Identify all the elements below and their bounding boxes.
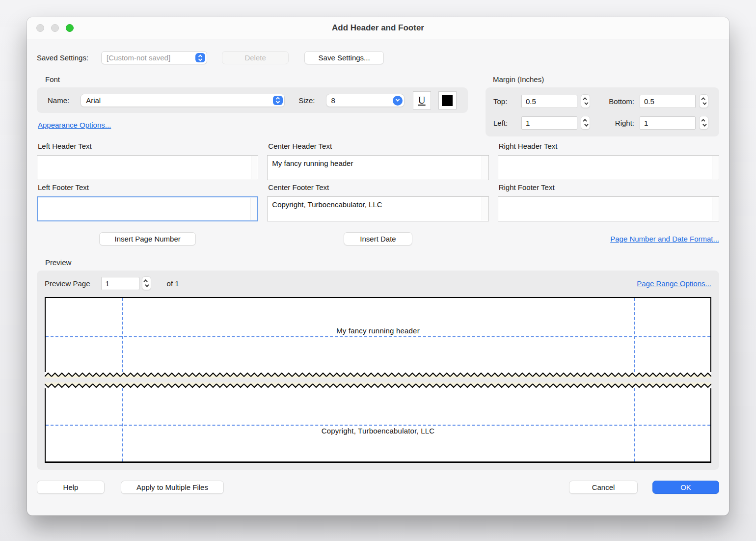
saved-settings-value: [Custom-not saved]	[107, 54, 170, 62]
right-header-box	[498, 155, 719, 180]
center-header-textarea[interactable]: My fancy running header	[268, 156, 488, 180]
preview-page-stepper[interactable]	[142, 276, 151, 290]
insert-date-button[interactable]: Insert Date	[344, 232, 412, 245]
preview-header-text: My fancy running header	[46, 326, 710, 335]
center-footer-box: Copyright, Turboencabulator, LLC	[267, 196, 488, 221]
margin-right-stepper[interactable]	[699, 116, 708, 130]
minimize-button[interactable]	[51, 24, 59, 32]
margin-right-field[interactable]	[640, 116, 696, 130]
torn-edge-bottom	[45, 382, 711, 388]
chevron-down-icon	[393, 96, 403, 106]
dialog-actions: Help Apply to Multiple Files Cancel OK	[37, 481, 719, 494]
chevron-down-icon	[145, 283, 149, 287]
font-name-value: Arial	[86, 96, 101, 105]
margin-top-stepper[interactable]	[581, 94, 590, 108]
window-controls	[36, 24, 74, 32]
page-preview: My fancy running header	[45, 297, 711, 463]
chevron-updown-icon	[195, 53, 205, 62]
color-swatch	[442, 95, 453, 106]
dialog-title: Add Header and Footer	[332, 23, 424, 33]
footer-text-section: Left Footer Text Center Footer Text Copy…	[37, 183, 719, 221]
scrollbar-gutter	[251, 156, 257, 179]
left-header-box	[37, 155, 258, 180]
margin-top-label: Top:	[493, 97, 518, 106]
right-header-textarea[interactable]	[498, 156, 719, 180]
font-size-value: 8	[331, 96, 335, 105]
margin-bottom-field[interactable]	[640, 95, 696, 108]
margin-groupbox: Top: Bottom: Left:	[486, 87, 719, 136]
font-name-label: Name:	[48, 96, 69, 105]
margin-left-field[interactable]	[521, 116, 577, 130]
font-size-label: Size:	[298, 96, 315, 105]
preview-header-row: Preview Page of 1 Page Range Options...	[45, 276, 711, 290]
left-footer-label: Left Footer Text	[38, 183, 258, 191]
preview-page-count: of 1	[167, 279, 179, 288]
left-header-textarea[interactable]	[37, 156, 258, 180]
header-text-section: Left Header Text Center Header Text My f…	[37, 142, 719, 180]
right-margin-guide	[634, 298, 635, 372]
margin-left-label: Left:	[493, 119, 518, 127]
zoom-button[interactable]	[66, 24, 74, 32]
page-preview-bottom: Copyright, Turboencabulator, LLC	[45, 388, 711, 463]
scrollbar-gutter	[712, 197, 718, 220]
preview-panel: Preview Page of 1 Page Range Options... …	[37, 270, 719, 470]
saved-settings-row: Saved Settings: [Custom-not saved] Delet…	[37, 51, 719, 64]
left-header-label: Left Header Text	[38, 142, 258, 150]
preview-page-label: Preview Page	[45, 279, 90, 288]
page-number-date-format-link[interactable]: Page Number and Date Format...	[610, 235, 719, 243]
margin-left-stepper[interactable]	[581, 116, 590, 130]
left-footer-box	[37, 196, 258, 221]
center-footer-label: Center Footer Text	[268, 183, 488, 191]
center-header-label: Center Header Text	[268, 142, 488, 150]
left-footer-textarea[interactable]	[38, 197, 257, 220]
right-header-label: Right Header Text	[499, 142, 719, 150]
add-header-footer-dialog: Add Header and Footer Saved Settings: [C…	[27, 17, 729, 515]
margin-top-field[interactable]	[521, 95, 577, 108]
close-button[interactable]	[36, 24, 44, 32]
scrollbar-gutter	[482, 156, 488, 179]
page-range-options-link[interactable]: Page Range Options...	[637, 279, 711, 288]
font-color-button[interactable]	[438, 91, 457, 109]
apply-to-multiple-files-button[interactable]: Apply to Multiple Files	[121, 481, 224, 494]
left-margin-guide	[122, 298, 123, 372]
insert-page-number-button[interactable]: Insert Page Number	[99, 232, 196, 245]
margin-bottom-label: Bottom:	[595, 97, 636, 106]
appearance-options-link[interactable]: Appearance Options...	[38, 121, 111, 129]
scrollbar-gutter	[250, 198, 257, 220]
underline-button[interactable]: U	[413, 91, 431, 109]
margin-section-label: Margin (Inches)	[493, 75, 719, 83]
right-footer-label: Right Footer Text	[499, 183, 719, 191]
font-margin-section: Font Name: Arial Size: 8	[37, 75, 719, 142]
page-gap	[45, 378, 711, 382]
preview-section-label: Preview	[45, 258, 719, 267]
font-section-label: Font	[45, 75, 468, 83]
saved-settings-dropdown[interactable]: [Custom-not saved]	[101, 51, 207, 64]
saved-settings-label: Saved Settings:	[37, 54, 88, 62]
top-margin-guide	[46, 336, 710, 337]
font-name-dropdown[interactable]: Arial	[81, 94, 285, 107]
font-size-combo[interactable]: 8	[326, 94, 405, 107]
center-header-box: My fancy running header	[267, 155, 488, 180]
preview-page-field[interactable]	[101, 277, 139, 290]
title-bar: Add Header and Footer	[27, 17, 729, 39]
page-preview-top: My fancy running header	[45, 297, 711, 372]
insert-row: Insert Page Number Insert Date Page Numb…	[37, 232, 719, 245]
dialog-content: Saved Settings: [Custom-not saved] Delet…	[27, 39, 729, 494]
font-groupbox: Name: Arial Size: 8 U	[37, 87, 468, 113]
scrollbar-gutter	[482, 197, 488, 220]
chevron-updown-icon	[273, 96, 283, 105]
save-settings-button[interactable]: Save Settings...	[304, 51, 384, 64]
cancel-button[interactable]: Cancel	[569, 481, 638, 494]
margin-bottom-stepper[interactable]	[699, 94, 708, 108]
margin-right-label: Right:	[595, 119, 636, 127]
bottom-margin-guide	[46, 425, 710, 426]
right-footer-box	[498, 196, 719, 221]
scrollbar-gutter	[712, 156, 718, 179]
preview-footer-text: Copyright, Turboencabulator, LLC	[46, 427, 710, 435]
help-button[interactable]: Help	[37, 481, 105, 494]
delete-button[interactable]: Delete	[222, 51, 289, 64]
right-footer-textarea[interactable]	[498, 197, 719, 221]
ok-button[interactable]: OK	[652, 481, 719, 494]
center-footer-textarea[interactable]: Copyright, Turboencabulator, LLC	[268, 197, 488, 221]
torn-edge-top	[45, 372, 711, 378]
